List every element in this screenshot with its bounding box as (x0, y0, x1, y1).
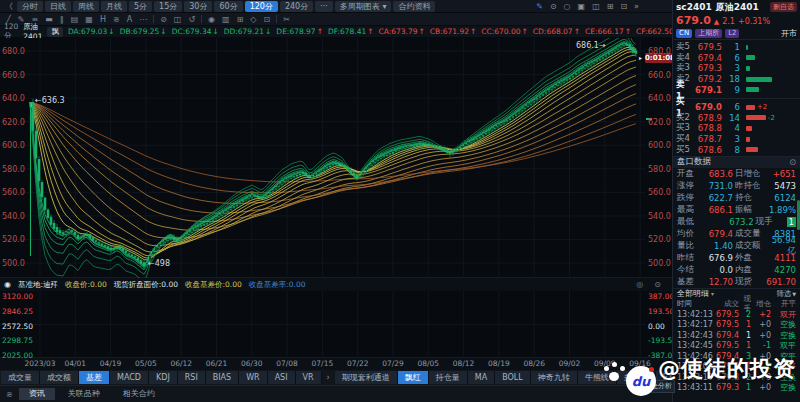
trade-qty: 1 (739, 320, 751, 329)
period-月线[interactable]: 月线 (101, 1, 127, 12)
sep2 (201, 15, 202, 23)
band-icon[interactable]: ▤ (68, 15, 82, 24)
subchart-axis-left: 2572.50 (2, 322, 33, 331)
snapshot-gear-icon[interactable]: ⊙ (789, 157, 796, 167)
list-icon[interactable]: ▥ (219, 15, 233, 24)
tab-基差[interactable]: 基差 (79, 371, 110, 384)
period-120分[interactable]: 120分 (245, 1, 278, 12)
copy-icon[interactable]: ◫ (590, 2, 602, 11)
tab-BIAS[interactable]: BIAS (206, 371, 239, 384)
info-tab-关联品种[interactable]: 关联品种 (58, 388, 110, 400)
tabs-scroll-right-1[interactable]: › (322, 373, 335, 382)
tape-screen-button[interactable]: 筛选 ▼ (776, 289, 796, 299)
layout-grid-icon[interactable]: ⊞ (605, 2, 616, 11)
tab-成交额[interactable]: 成交额 (40, 371, 79, 384)
info-tab-资讯[interactable]: 资讯 (19, 388, 55, 400)
tab-VR[interactable]: VR (296, 371, 322, 384)
tab-WR[interactable]: WR (239, 371, 267, 384)
ask-price: 679.1 (692, 85, 722, 95)
ask-row-卖3[interactable]: 卖3679.33 (673, 63, 800, 74)
tab-牛熊线[interactable]: 牛熊线 (578, 371, 617, 384)
tab-MACD[interactable]: MACD (110, 371, 149, 384)
tape-filter-dropdown[interactable]: 全部明细 (677, 288, 709, 299)
parallel-channel-icon[interactable]: ∥ (57, 15, 67, 24)
grid2-icon[interactable]: ⊞ (234, 15, 247, 24)
period-60分[interactable]: 60分 (214, 1, 242, 12)
alert-icon[interactable]: ⊙ (548, 2, 559, 11)
bid-row-买5[interactable]: 买5678.68 (673, 144, 800, 155)
subchart-crosshair-icon[interactable]: ◎ (633, 280, 646, 289)
bid-row-买4[interactable]: 买4678.73 (673, 134, 800, 145)
snapshot-row: 昨结676.9外盘4111 (673, 252, 800, 264)
tab-MA[interactable]: MA (468, 371, 495, 384)
ask-row-卖1[interactable]: 卖1679.19 (673, 84, 800, 95)
more-periods-button[interactable]: ··· (315, 1, 333, 12)
tab-持仓量[interactable]: 持仓量 (429, 371, 468, 384)
basis-subchart[interactable]: 3120.002846.252572.502298.752025.00387.0… (0, 291, 672, 358)
tab-期现套利通道[interactable]: 期现套利通道 (335, 371, 398, 384)
period-周线[interactable]: 周线 (73, 1, 99, 12)
more-tools-icon[interactable]: ⋯ (136, 15, 150, 24)
undo-icon[interactable]: ↺ (185, 15, 198, 24)
ask-row-卖4[interactable]: 卖4679.46 (673, 53, 800, 64)
subchart-settings-icon[interactable]: ⊙ (651, 280, 664, 289)
indicator-name[interactable]: 飘红 (47, 27, 63, 37)
cloud-sync-icon[interactable]: ○ (562, 2, 573, 11)
cut-icon[interactable]: ✂ (280, 15, 293, 24)
remove-watchlist-button[interactable]: 删自选 (770, 2, 797, 12)
tab-RSI[interactable]: RSI (178, 371, 206, 384)
tab-ASI[interactable]: ASI (268, 371, 296, 384)
draw-pen-icon[interactable]: ✎ (534, 2, 545, 11)
period-5分[interactable]: 5分 (129, 1, 152, 12)
period-30分[interactable]: 30分 (184, 1, 212, 12)
horizontal-line-icon[interactable]: H (97, 15, 109, 24)
multi-chart-button[interactable]: 多周期图表 ▾ (335, 1, 392, 12)
trade-time: 13:42:46 (677, 352, 713, 361)
contract-info-button[interactable]: 合约资料 (393, 1, 435, 12)
ask-bar-wrap (742, 55, 797, 60)
bid-row-买3[interactable]: 买3678.84 (673, 123, 800, 134)
grid-draw-icon[interactable]: ▦ (82, 15, 96, 24)
period-日线[interactable]: 日线 (45, 1, 71, 12)
date-tick: 05/05 (135, 359, 157, 368)
wave-icon[interactable]: ≋ (110, 15, 123, 24)
tab-KDJ[interactable]: KDJ (149, 371, 178, 384)
snapshot-row: 开盘683.6日增仓+651 (673, 168, 800, 180)
tab-成交量[interactable]: 成交量 (1, 371, 40, 384)
fullscreen-icon[interactable]: ⊡ (618, 2, 629, 11)
ask-row-卖5[interactable]: 卖5679.51 (673, 42, 800, 53)
screenshot-icon[interactable]: ⊡ (261, 15, 274, 24)
more-chevrons-icon[interactable]: » (632, 2, 641, 11)
text-tool-icon[interactable]: A (124, 15, 135, 24)
snapshot-value: 686.1 (703, 205, 733, 215)
period-分时[interactable]: 分时 (17, 1, 43, 12)
position-analysis-button[interactable]: 持仓分析 (641, 380, 675, 393)
bid-row-买2[interactable]: 买2678.914-2 (673, 113, 800, 124)
delete-drawing-icon[interactable]: ⊘ (157, 15, 170, 24)
collapse-chevron[interactable]: 《 (3, 1, 15, 12)
price-axis-label-left: 600.0 (2, 141, 25, 150)
rect-draw-icon[interactable]: ▬ (42, 15, 56, 24)
tab-BOLL[interactable]: BOLL (495, 371, 531, 384)
price-axis-label-left: 560.0 (2, 188, 25, 197)
tab-神奇九转[interactable]: 神奇九转 (531, 371, 578, 384)
ask-row-卖2[interactable]: 卖2679.218 (673, 74, 800, 85)
calendar-icon[interactable]: ▣ (576, 2, 588, 11)
period-15分[interactable]: 15分 (154, 1, 182, 12)
date-tick: 2023/03 (24, 359, 55, 368)
bid-volume: 4 (724, 123, 740, 133)
bid-row-买1[interactable]: 买1679.06+2 (673, 102, 800, 113)
main-chart[interactable]: ←636.3 ←498 686.1→ ▸ 0:01:08 680.0660.06… (0, 38, 672, 278)
bid-volume: 3 (724, 134, 740, 144)
target-icon[interactable]: ◉ (205, 15, 218, 24)
duplicate-icon[interactable]: ◫ (171, 15, 185, 24)
volume-bar (746, 55, 755, 60)
snapshot-value: 1 (787, 217, 796, 227)
period-240分[interactable]: 240分 (280, 1, 313, 12)
news-list-icon[interactable]: ≋ (3, 390, 16, 399)
diamond-icon[interactable]: ◇ (247, 15, 259, 24)
indicator-toggle-icon[interactable]: ◉ (4, 280, 11, 289)
info-tab-相关合约[interactable]: 相关合约 (113, 388, 165, 400)
tab-飘红[interactable]: 飘红 (398, 371, 429, 384)
price-row: 679.0 ▲ 2.1 +0.31% (673, 14, 800, 27)
